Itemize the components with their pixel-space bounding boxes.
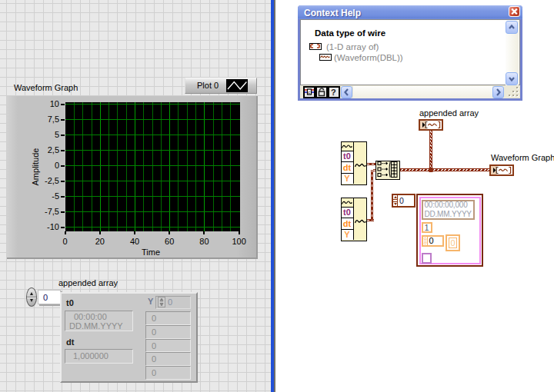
- svg-text:c: c: [308, 90, 310, 95]
- svg-text:?: ?: [331, 88, 336, 97]
